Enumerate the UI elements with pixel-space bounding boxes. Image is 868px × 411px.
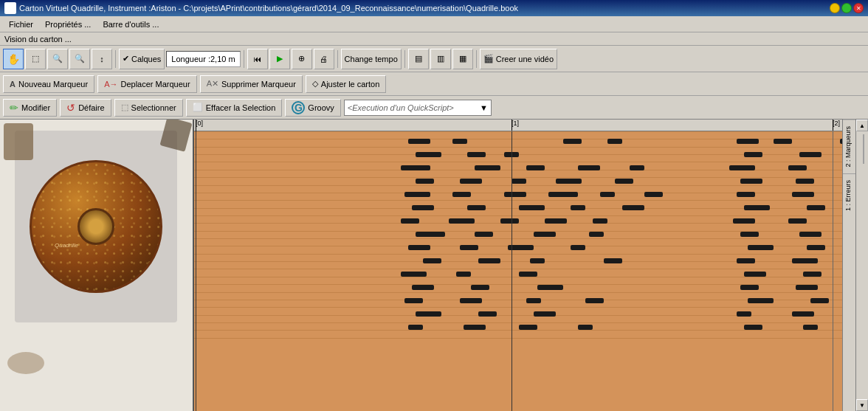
menu-proprietes[interactable]: Propriétés ... <box>39 18 97 30</box>
minimize-button[interactable] <box>830 3 840 13</box>
menu-fichier[interactable]: Fichier <box>3 18 39 30</box>
vscroll-up-button[interactable]: ▲ <box>856 120 868 131</box>
hole <box>416 152 441 157</box>
zoom-view-button[interactable]: ⊕ <box>292 49 312 69</box>
marker-del-icon: A✕ <box>207 79 218 89</box>
print-button[interactable]: 🖨 <box>314 49 334 69</box>
create-video-button[interactable]: 🎬 Creer une vidéo <box>480 49 557 69</box>
tape-btn2[interactable]: ▥ <box>430 49 451 69</box>
hole <box>504 192 526 197</box>
erreurs-label[interactable]: 1 : Erreurs <box>843 173 855 217</box>
hole <box>807 205 825 210</box>
modifier-button[interactable]: ✏ Modifier <box>3 99 57 117</box>
hole <box>556 179 582 184</box>
hole <box>500 218 519 224</box>
play-button[interactable]: ▶ <box>269 49 290 69</box>
maximize-button[interactable] <box>841 3 852 13</box>
hole <box>519 205 545 210</box>
vscrollbar[interactable]: ▲ ▼ <box>855 120 868 411</box>
defaire-button[interactable]: ↺ Défaire <box>60 99 111 117</box>
hole <box>810 298 829 303</box>
hole <box>449 218 475 224</box>
vscroll-down-button[interactable]: ▼ <box>856 399 868 411</box>
tape-icon3: ▦ <box>459 54 466 63</box>
hole <box>512 179 526 184</box>
hole <box>644 192 663 197</box>
hole <box>744 272 766 277</box>
marker-toolbar: A Nouveau Marqueur A→ Deplacer Marqueur … <box>0 72 868 96</box>
hole <box>737 139 759 144</box>
selectionner-button[interactable]: ⬚ Selectionner <box>114 99 183 117</box>
menu-barreDoutils[interactable]: Barre d'outils ... <box>97 18 165 30</box>
calques-label: Calques <box>131 55 161 63</box>
close-button[interactable]: ✕ <box>853 3 864 13</box>
dropdown-arrow-icon: ▼ <box>480 103 488 112</box>
hole <box>744 325 762 330</box>
zoom-out-icon: 🔍 <box>52 54 63 63</box>
roll-canvas[interactable]: [0] [1] [2] <box>194 120 842 411</box>
rewind-button[interactable]: ⏮ <box>247 49 268 69</box>
hole <box>774 139 792 144</box>
hole <box>408 245 430 250</box>
hand-tool-button[interactable] <box>3 49 24 69</box>
hole <box>401 272 427 277</box>
hole <box>792 258 818 263</box>
hole <box>792 192 814 197</box>
hole <box>467 152 486 157</box>
script-select[interactable]: <Execution d'un QuickScript> ▼ <box>344 100 492 116</box>
hole <box>733 218 755 224</box>
hole <box>604 258 622 263</box>
hole <box>412 285 434 290</box>
hole <box>729 165 755 170</box>
hole <box>534 232 556 237</box>
undo-icon: ↺ <box>66 102 75 114</box>
hole <box>593 218 607 224</box>
effacer-button[interactable]: ⬜ Effacer la Selection <box>186 99 283 117</box>
hole <box>622 205 644 210</box>
hole <box>740 285 759 290</box>
nav-button[interactable]: ↕ <box>92 49 112 69</box>
vscroll-thumb[interactable] <box>863 134 864 164</box>
script-value: <Execution d'un QuickScript> <box>348 103 454 112</box>
hole <box>737 258 755 263</box>
zoom-in-button[interactable]: 🔍 <box>69 49 90 69</box>
hole <box>530 258 545 263</box>
side-panel: 2 : Marqueurs 1 : Erreurs <box>842 120 855 411</box>
nouveau-marqueur-button[interactable]: A Nouveau Marqueur <box>3 75 94 93</box>
hole <box>519 325 537 330</box>
calques-button[interactable]: ✔ Calques <box>119 49 165 69</box>
frame-icon: ⬚ <box>32 54 39 63</box>
print-icon: 🖨 <box>320 55 328 63</box>
hole <box>475 165 500 170</box>
hole <box>799 232 822 237</box>
app-icon <box>4 2 16 14</box>
change-tempo-button[interactable]: Change tempo <box>341 49 402 69</box>
nav-icon: ↕ <box>100 55 104 63</box>
tape-btn3[interactable]: ▦ <box>452 49 473 69</box>
zoom-out-button[interactable]: 🔍 <box>47 49 68 69</box>
hole <box>607 139 622 144</box>
main-toolbar: ⬚ 🔍 🔍 ↕ ✔ Calques Longueur :2,10 m ⏮ ▶ ⊕… <box>0 46 868 72</box>
hole <box>803 325 818 330</box>
play-icon: ▶ <box>277 54 283 63</box>
supprimer-marqueur-button[interactable]: A✕ Supprimer Marqueur <box>200 75 303 93</box>
hole <box>740 179 762 184</box>
marqueurs-label[interactable]: 2 : Marqueurs <box>843 120 855 173</box>
main-content: Quadrille [0] [1] [2] <box>0 120 868 411</box>
tape-icon1: ▤ <box>415 54 422 63</box>
window-controls[interactable]: ✕ <box>830 3 864 13</box>
deplacer-marqueur-button[interactable]: A→ Deplacer Marqueur <box>97 75 197 93</box>
length-display: Longueur :2,10 m <box>166 51 240 67</box>
selectionner-label: Selectionner <box>131 103 176 112</box>
pos-marker-1: [1] <box>512 120 519 127</box>
groovy-button[interactable]: G Groovy <box>285 99 340 117</box>
hole <box>478 311 497 317</box>
hole <box>452 139 467 144</box>
ajuster-carton-button[interactable]: ◇ Ajuster le carton <box>306 75 386 93</box>
nouveau-marqueur-label: Nouveau Marqueur <box>18 80 88 89</box>
hole <box>630 165 644 170</box>
hole <box>571 205 585 210</box>
hole <box>563 139 582 144</box>
frame-select-button[interactable]: ⬚ <box>25 49 46 69</box>
tape-btn1[interactable]: ▤ <box>408 49 429 69</box>
